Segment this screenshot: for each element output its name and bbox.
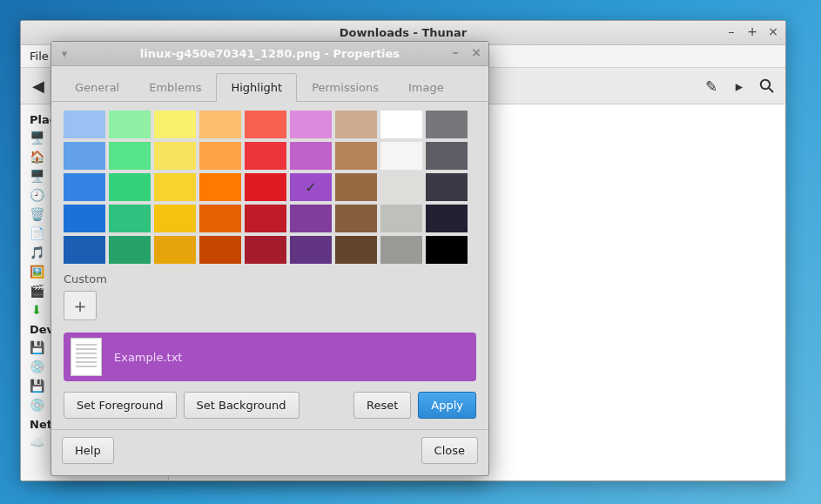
color-swatch[interactable] xyxy=(199,173,241,201)
color-swatch[interactable] xyxy=(290,111,332,138)
back-button[interactable]: ◀ xyxy=(26,74,50,98)
color-swatch[interactable] xyxy=(154,205,196,232)
pictures-icon: 🖼️ xyxy=(30,265,44,279)
svg-point-0 xyxy=(761,79,770,88)
preview-label: Example.txt xyxy=(114,351,182,364)
dialog-titlebar: ▾ linux-g450e70341_1280.png - Properties… xyxy=(51,42,488,66)
color-swatch[interactable] xyxy=(64,142,105,170)
videos-icon: 🎬 xyxy=(30,284,44,298)
color-swatch[interactable] xyxy=(154,236,196,264)
color-swatch[interactable] xyxy=(109,173,151,201)
dialog-menu-icon[interactable]: ▾ xyxy=(57,45,72,61)
color-swatch[interactable] xyxy=(335,111,377,138)
add-color-button[interactable]: + xyxy=(64,291,97,320)
color-swatch[interactable] xyxy=(290,236,332,264)
network-icon: ☁️ xyxy=(30,435,44,449)
close-icon[interactable]: × xyxy=(766,24,780,38)
document-icon xyxy=(71,338,102,376)
documents-icon: 📄 xyxy=(30,226,44,240)
dialog-title: linux-g450e70341_1280.png - Properties xyxy=(140,47,400,60)
color-swatch[interactable] xyxy=(109,142,151,170)
search-icon[interactable] xyxy=(754,73,780,99)
filesystem-icon: 💾 xyxy=(30,340,44,354)
menu-file[interactable]: File xyxy=(30,50,49,63)
set-foreground-button[interactable]: Set Foreground xyxy=(64,392,177,419)
trash-icon: 🗑️ xyxy=(30,207,44,221)
tab-emblems[interactable]: Emblems xyxy=(134,73,216,102)
color-swatch[interactable] xyxy=(290,142,332,170)
color-swatch[interactable] xyxy=(64,111,105,138)
color-swatch[interactable] xyxy=(335,173,377,201)
downloads-icon: ⬇ xyxy=(30,303,44,317)
color-swatch[interactable] xyxy=(335,236,377,264)
help-button[interactable]: Help xyxy=(62,437,114,464)
color-swatch[interactable] xyxy=(426,111,468,138)
window-controls: – + × xyxy=(724,24,780,38)
color-swatch[interactable] xyxy=(245,205,286,232)
custom-label: Custom xyxy=(64,272,476,286)
color-swatch[interactable]: ✓ xyxy=(290,173,332,201)
svg-line-1 xyxy=(769,88,773,92)
color-swatch[interactable] xyxy=(199,142,241,170)
minimize-icon[interactable]: – xyxy=(724,24,738,38)
edit-icon[interactable]: ✎ xyxy=(698,73,724,99)
color-swatch[interactable] xyxy=(245,111,286,138)
home-icon: 🏠 xyxy=(30,150,44,164)
color-swatch[interactable] xyxy=(380,236,422,264)
drive-icon: 💿 xyxy=(30,398,44,412)
optical-icon: 💿 xyxy=(30,360,44,373)
tab-general[interactable]: General xyxy=(60,73,134,102)
disk-icon: 💾 xyxy=(30,379,44,393)
music-icon: 🎵 xyxy=(30,245,44,259)
color-swatch[interactable] xyxy=(199,236,241,264)
color-swatch[interactable] xyxy=(199,111,241,138)
maximize-icon[interactable]: + xyxy=(745,24,759,38)
desktop-icon: 🖥️ xyxy=(30,169,44,183)
tab-highlight[interactable]: Highlight xyxy=(216,73,297,102)
color-swatch[interactable] xyxy=(380,111,422,138)
color-swatch[interactable] xyxy=(380,205,422,232)
set-background-button[interactable]: Set Background xyxy=(184,392,299,419)
window-title: Downloads - Thunar xyxy=(340,26,467,39)
color-swatch[interactable] xyxy=(64,236,105,264)
color-swatch[interactable] xyxy=(199,205,241,232)
computer-icon: 🖥️ xyxy=(30,131,44,144)
properties-dialog: ▾ linux-g450e70341_1280.png - Properties… xyxy=(50,41,489,476)
color-swatch[interactable] xyxy=(426,173,468,201)
color-swatch[interactable] xyxy=(154,173,196,201)
color-swatch[interactable] xyxy=(245,236,286,264)
apply-button[interactable]: Apply xyxy=(418,392,476,419)
color-swatch[interactable] xyxy=(426,236,468,264)
dialog-minimize-icon[interactable]: – xyxy=(448,45,462,59)
color-swatch[interactable] xyxy=(154,142,196,170)
dropdown-icon[interactable]: ▸ xyxy=(726,73,752,99)
preview-box: Example.txt xyxy=(64,333,476,381)
color-swatch[interactable] xyxy=(290,205,332,232)
color-swatch[interactable] xyxy=(335,142,377,170)
reset-button[interactable]: Reset xyxy=(353,392,411,419)
color-swatch[interactable] xyxy=(380,173,422,201)
close-button[interactable]: Close xyxy=(421,437,478,464)
tab-image[interactable]: Image xyxy=(394,73,459,102)
color-swatch[interactable] xyxy=(335,205,377,232)
color-swatch[interactable] xyxy=(109,205,151,232)
color-palette: ✓ xyxy=(64,111,476,264)
color-swatch[interactable] xyxy=(426,205,468,232)
color-swatch[interactable] xyxy=(426,142,468,170)
color-swatch[interactable] xyxy=(245,173,286,201)
color-swatch[interactable] xyxy=(64,205,105,232)
color-swatch[interactable] xyxy=(109,236,151,264)
color-swatch[interactable] xyxy=(109,111,151,138)
recent-icon: 🕘 xyxy=(30,188,44,202)
dialog-close-icon[interactable]: × xyxy=(469,45,483,59)
color-swatch[interactable] xyxy=(154,111,196,138)
color-swatch[interactable] xyxy=(245,142,286,170)
dialog-tabs: General Emblems Highlight Permissions Im… xyxy=(51,66,488,102)
color-swatch[interactable] xyxy=(380,142,422,170)
tab-permissions[interactable]: Permissions xyxy=(297,73,394,102)
color-swatch[interactable] xyxy=(64,173,105,201)
